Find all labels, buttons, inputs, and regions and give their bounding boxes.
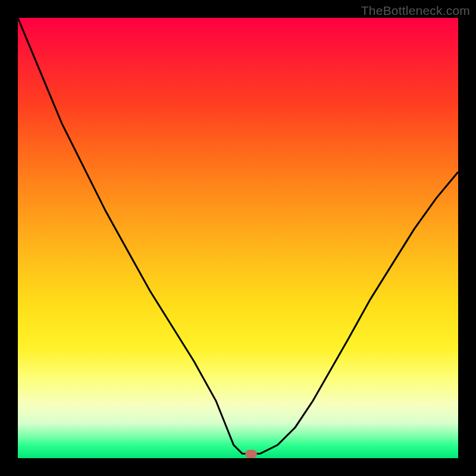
bottleneck-curve bbox=[18, 18, 458, 458]
watermark-text: TheBottleneck.com bbox=[361, 4, 470, 18]
optimum-marker bbox=[245, 450, 257, 458]
chart-frame: TheBottleneck.com bbox=[0, 0, 476, 476]
curve-path bbox=[18, 18, 458, 454]
plot-area bbox=[18, 18, 458, 458]
